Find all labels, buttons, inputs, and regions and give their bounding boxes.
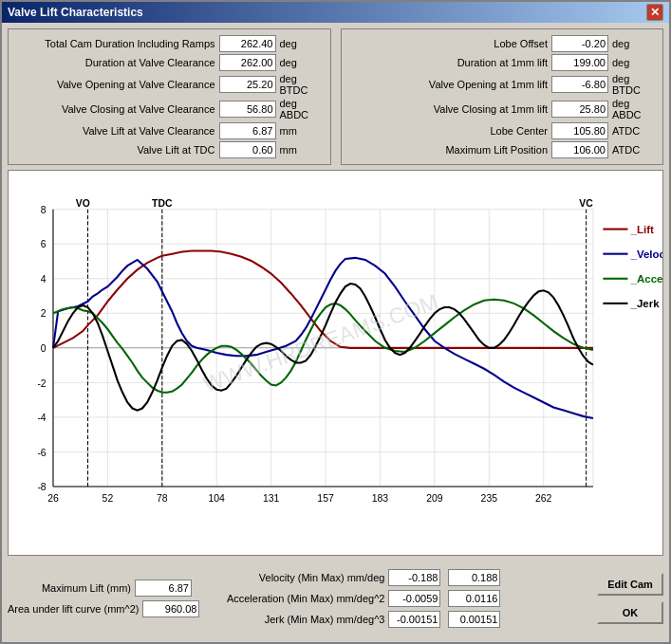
chart-area: 8 6 4 2 0 -2 -4 -6 -8 26 52 78 104 131 1… [8, 170, 663, 556]
dur-1mm-unit: deg [612, 57, 655, 68]
svg-text:VC: VC [579, 198, 593, 209]
param-valve-lift-vc: Valve Lift at Valve Clearance mm [16, 122, 323, 139]
svg-text:4: 4 [41, 274, 47, 285]
opening-1mm-unit: deg BTDC [612, 73, 655, 96]
duration-label: Duration at Valve Clearance [16, 57, 215, 68]
accel-line: Acceleration (Min Max) mm/deg^2 [209, 590, 587, 607]
lobe-center-unit: ATDC [612, 125, 655, 137]
svg-text:104: 104 [209, 493, 226, 504]
accel-max[interactable] [448, 590, 500, 607]
svg-text:_Velocity: _Velocity [630, 248, 662, 260]
svg-text:-8: -8 [37, 482, 46, 492]
title-bar: Valve Lift Characteristics ✕ [2, 2, 669, 23]
max-lift-pos-label: Maximum Lift Position [349, 144, 549, 156]
valve-opening-unit: deg BTDC [280, 73, 323, 96]
svg-text:131: 131 [263, 493, 280, 504]
param-lobe-center: Lobe Center ATDC [349, 122, 656, 139]
param-max-lift-pos: Maximum Lift Position ATDC [349, 141, 656, 158]
param-dur-1mm: Duration at 1mm lift deg [349, 54, 656, 71]
svg-text:235: 235 [481, 493, 498, 504]
dur-1mm-input[interactable] [551, 54, 608, 71]
jerk-max[interactable] [448, 611, 500, 628]
velocity-label: Velocity (Min Max) mm/deg [209, 572, 384, 583]
param-lobe-offset: Lobe Offset deg [349, 35, 656, 52]
close-button[interactable]: ✕ [646, 4, 663, 21]
svg-text:_Jerk: _Jerk [630, 298, 661, 309]
bottom-right-buttons: Edit Cam OK [597, 573, 663, 624]
bottom-left-stats: Maximum Lift (mm) Area under lift curve … [8, 580, 199, 617]
dur-1mm-label: Duration at 1mm lift [349, 57, 549, 68]
valve-lift-vc-unit: mm [280, 125, 323, 137]
param-valve-opening: Valve Opening at Valve Clearance deg BTD… [16, 73, 323, 96]
jerk-label: Jerk (Min Max) mm/deg^3 [209, 614, 384, 625]
area-line: Area under lift curve (mm^2) [8, 600, 199, 617]
bottom-center-stats: Velocity (Min Max) mm/deg Acceleration (… [209, 569, 587, 628]
svg-text:-6: -6 [37, 448, 46, 458]
valve-opening-label: Valve Opening at Valve Clearance [16, 79, 215, 90]
chart-svg: 8 6 4 2 0 -2 -4 -6 -8 26 52 78 104 131 1… [9, 171, 662, 555]
valve-lift-tdc-label: Valve Lift at TDC [16, 144, 215, 156]
lobe-offset-input[interactable] [551, 35, 608, 52]
velocity-max[interactable] [448, 569, 500, 586]
closing-1mm-label: Valve Closing at 1mm lift [349, 103, 549, 115]
max-lift-value[interactable] [135, 580, 192, 597]
param-closing-1mm: Valve Closing at 1mm lift deg ABDC [349, 98, 656, 120]
param-opening-1mm: Valve Opening at 1mm lift deg BTDC [349, 73, 656, 96]
svg-text:_Acceleration: _Acceleration [630, 273, 662, 285]
valve-closing-unit: deg ABDC [280, 98, 323, 120]
closing-1mm-input[interactable] [551, 101, 608, 118]
svg-text:262: 262 [535, 493, 552, 504]
param-duration: Duration at Valve Clearance deg [16, 54, 323, 71]
lobe-offset-label: Lobe Offset [349, 38, 549, 49]
svg-text:6: 6 [41, 239, 47, 249]
svg-text:8: 8 [41, 205, 47, 215]
max-lift-label: Maximum Lift (mm) [8, 582, 131, 594]
valve-lift-tdc-input[interactable] [219, 141, 276, 158]
total-cam-input[interactable] [219, 35, 276, 52]
svg-text:78: 78 [157, 493, 168, 504]
total-cam-unit: deg [280, 38, 323, 49]
jerk-line: Jerk (Min Max) mm/deg^3 [209, 611, 587, 628]
edit-cam-button[interactable]: Edit Cam [597, 573, 663, 596]
svg-text:157: 157 [317, 493, 334, 504]
left-params-box: Total Cam Duration Including Ramps deg D… [8, 28, 331, 165]
svg-text:26: 26 [47, 493, 59, 504]
valve-opening-input[interactable] [219, 76, 276, 93]
param-total-cam: Total Cam Duration Including Ramps deg [16, 35, 323, 52]
max-lift-line: Maximum Lift (mm) [8, 580, 199, 597]
valve-closing-input[interactable] [219, 101, 276, 118]
svg-text:_Lift: _Lift [630, 224, 654, 235]
velocity-min[interactable] [388, 569, 440, 586]
svg-text:0: 0 [41, 343, 47, 354]
velocity-line: Velocity (Min Max) mm/deg [209, 569, 587, 586]
valve-closing-label: Valve Closing at Valve Clearance [16, 103, 215, 115]
lobe-center-input[interactable] [551, 122, 608, 139]
opening-1mm-label: Valve Opening at 1mm lift [349, 79, 549, 90]
duration-input[interactable] [219, 54, 276, 71]
param-valve-lift-tdc: Valve Lift at TDC mm [16, 141, 323, 158]
svg-text:VO: VO [76, 198, 90, 209]
max-lift-pos-unit: ATDC [612, 144, 655, 156]
svg-text:52: 52 [103, 493, 114, 504]
lobe-offset-unit: deg [612, 38, 655, 49]
window-title: Valve Lift Characteristics [8, 6, 143, 19]
area-value[interactable] [142, 600, 199, 617]
valve-lift-vc-input[interactable] [219, 122, 276, 139]
svg-text:-2: -2 [37, 378, 46, 389]
main-window: Valve Lift Characteristics ✕ Total Cam D… [0, 0, 671, 644]
area-label: Area under lift curve (mm^2) [8, 603, 139, 615]
jerk-min[interactable] [388, 611, 440, 628]
opening-1mm-input[interactable] [551, 76, 608, 93]
lobe-center-label: Lobe Center [349, 125, 549, 137]
svg-text:TDC: TDC [152, 198, 173, 209]
params-row: Total Cam Duration Including Ramps deg D… [8, 28, 663, 165]
param-valve-closing: Valve Closing at Valve Clearance deg ABD… [16, 98, 323, 120]
accel-min[interactable] [388, 590, 440, 607]
ok-button[interactable]: OK [597, 601, 663, 624]
svg-text:183: 183 [372, 493, 389, 504]
max-lift-pos-input[interactable] [551, 141, 608, 158]
duration-unit: deg [280, 57, 323, 68]
total-cam-label: Total Cam Duration Including Ramps [16, 38, 215, 49]
content-area: Total Cam Duration Including Ramps deg D… [2, 23, 669, 642]
accel-label: Acceleration (Min Max) mm/deg^2 [209, 593, 384, 604]
